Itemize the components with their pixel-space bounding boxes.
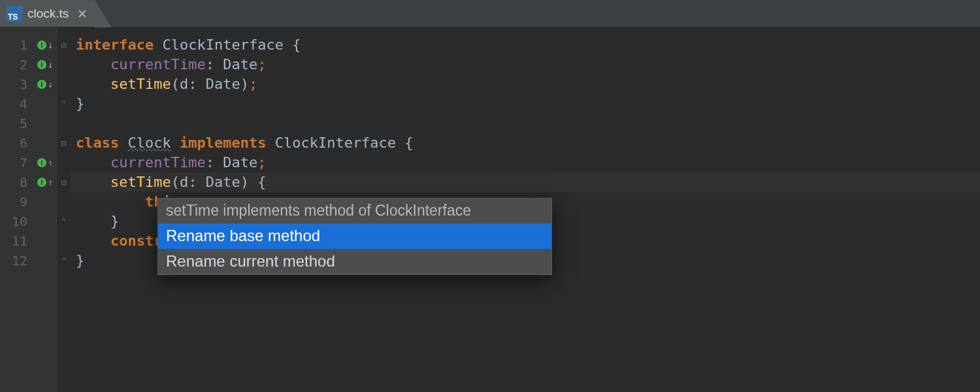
typescript-file-icon: TS xyxy=(7,6,22,22)
implements-icon[interactable]: I↑ xyxy=(34,172,56,192)
code-line[interactable]: currentTime: Date; xyxy=(71,153,980,172)
line-number: 5 xyxy=(0,114,34,133)
line-number: 7 xyxy=(0,153,34,172)
line-number: 1 xyxy=(0,35,34,55)
line-number: 6 xyxy=(0,133,34,153)
line-number: 10 xyxy=(0,212,34,231)
popup-title: setTime implements method of ClockInterf… xyxy=(158,199,551,223)
line-number-gutter: 1 2 3 4 5 6 7 8 9 10 11 12 xyxy=(0,27,34,392)
fold-column: ⊟ ⌃ ⊟ ⊟ ⌃ ⌃ xyxy=(56,27,71,392)
line-number: 3 xyxy=(0,74,34,94)
line-number: 8 xyxy=(0,172,34,192)
code-line[interactable]: currentTime: Date; xyxy=(71,55,980,74)
popup-item-rename-current[interactable]: Rename current method xyxy=(158,249,551,274)
close-icon[interactable] xyxy=(78,9,87,18)
implements-icon[interactable]: I↑ xyxy=(34,153,56,172)
tab-clock-ts[interactable]: TS clock.ts xyxy=(0,0,95,27)
implemented-by-icon[interactable]: I↓ xyxy=(34,55,56,74)
line-number: 2 xyxy=(0,55,34,74)
line-number: 9 xyxy=(0,192,34,212)
tab-bar: TS clock.ts xyxy=(0,0,980,27)
line-number: 11 xyxy=(0,231,34,251)
implemented-by-icon[interactable]: I↓ xyxy=(34,35,56,55)
gutter-markers: I↓ I↓ I↓ I↑ I↑ xyxy=(34,27,56,392)
fold-end-icon[interactable]: ⌃ xyxy=(57,212,71,231)
fold-toggle[interactable]: ⊟ xyxy=(57,172,71,192)
code-line[interactable]: setTime(d: Date); xyxy=(71,74,980,94)
fold-end-icon[interactable]: ⌃ xyxy=(57,94,71,114)
code-line-active[interactable]: setTime(d: Date) { xyxy=(71,172,980,192)
fold-end-icon[interactable]: ⌃ xyxy=(57,251,71,270)
implemented-by-icon[interactable]: I↓ xyxy=(34,74,56,94)
fold-toggle[interactable]: ⊟ xyxy=(57,133,71,153)
line-number: 4 xyxy=(0,94,34,114)
code-line[interactable] xyxy=(71,114,980,133)
line-number: 12 xyxy=(0,251,34,270)
code-line[interactable]: interface ClockInterface { xyxy=(71,35,980,55)
fold-toggle[interactable]: ⊟ xyxy=(57,35,71,55)
popup-item-rename-base[interactable]: Rename base method xyxy=(158,223,551,249)
rename-method-popup: setTime implements method of ClockInterf… xyxy=(157,198,552,275)
code-line[interactable]: } xyxy=(71,94,980,114)
tab-label: clock.ts xyxy=(27,7,69,21)
code-line[interactable]: class Clock implements ClockInterface { xyxy=(71,133,980,153)
